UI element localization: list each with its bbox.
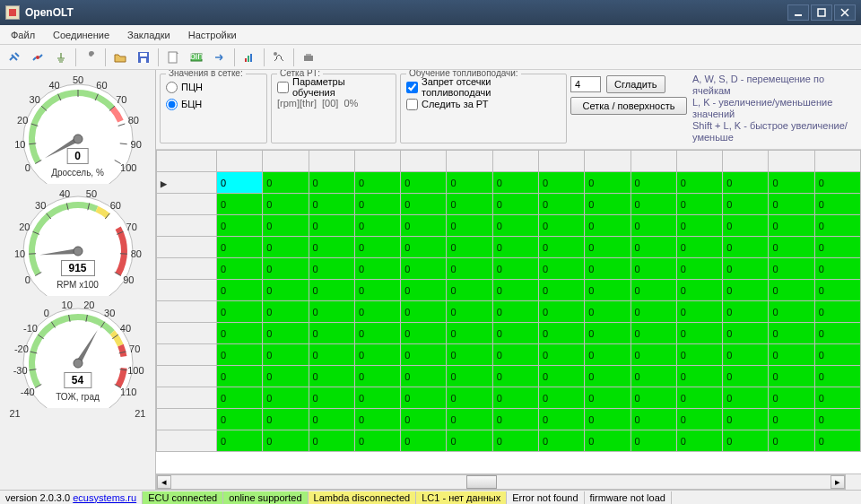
grid-cell[interactable]: 0 (631, 323, 676, 344)
grid-cell[interactable]: 0 (814, 366, 860, 387)
grid-cell[interactable]: 0 (447, 409, 492, 430)
grid-cell[interactable]: 0 (309, 194, 354, 215)
grid-cell[interactable]: 0 (492, 280, 538, 301)
grid-cell[interactable]: 0 (492, 172, 538, 194)
grid-cell[interactable]: 0 (354, 301, 400, 323)
grid-cell[interactable]: 0 (354, 430, 400, 452)
grid-cell[interactable]: 0 (309, 323, 354, 344)
grid-cell[interactable]: 0 (492, 409, 538, 430)
grid-cell[interactable]: 0 (539, 430, 585, 452)
grid-cell[interactable]: 0 (401, 280, 447, 301)
tool-open-icon[interactable] (109, 48, 131, 67)
grid-cell[interactable]: 0 (492, 366, 538, 387)
row-header[interactable] (157, 323, 217, 344)
grid-cell[interactable]: 0 (769, 301, 814, 323)
smooth-button[interactable]: Сгладить (606, 75, 665, 93)
menu-file[interactable]: Файл (4, 27, 42, 43)
tool-disconnect-icon[interactable] (27, 48, 48, 67)
grid-cell[interactable]: 0 (814, 215, 860, 237)
grid-cell[interactable]: 0 (401, 215, 447, 237)
grid-cell[interactable]: 0 (585, 366, 631, 387)
grid-cell[interactable]: 0 (631, 194, 676, 215)
radio-pcn[interactable]: ПЦН (166, 80, 261, 94)
tool-connect-icon[interactable] (4, 48, 25, 67)
grid-cell[interactable]: 0 (539, 258, 585, 280)
grid-cell[interactable]: 0 (401, 237, 447, 258)
grid-cell[interactable]: 0 (539, 387, 585, 409)
grid-cell[interactable]: 0 (309, 430, 354, 452)
grid-cell[interactable]: 0 (631, 280, 676, 301)
grid-cell[interactable]: 0 (217, 323, 263, 344)
grid-cell[interactable]: 0 (585, 409, 631, 430)
grid-cell[interactable]: 0 (631, 258, 676, 280)
grid-cell[interactable]: 0 (723, 387, 769, 409)
grid-cell[interactable]: 0 (354, 323, 400, 344)
grid-cell[interactable]: 0 (401, 409, 447, 430)
grid-cell[interactable]: 0 (769, 280, 814, 301)
grid-cell[interactable]: 0 (401, 194, 447, 215)
grid-cell[interactable]: 0 (539, 366, 585, 387)
grid-cell[interactable]: 0 (585, 280, 631, 301)
grid-cell[interactable]: 0 (447, 172, 492, 194)
grid-cell[interactable]: 0 (814, 301, 860, 323)
grid-cell[interactable]: 0 (676, 237, 722, 258)
grid-cell[interactable]: 0 (492, 215, 538, 237)
grid-cell[interactable]: 0 (447, 387, 492, 409)
grid-cell[interactable]: 0 (401, 344, 447, 366)
grid-cell[interactable]: 0 (723, 323, 769, 344)
grid-cell[interactable]: 0 (401, 387, 447, 409)
close-button[interactable] (834, 4, 856, 21)
grid-cell[interactable]: 0 (263, 237, 309, 258)
grid-cell[interactable]: 0 (769, 237, 814, 258)
grid-cell[interactable]: 0 (814, 409, 860, 430)
grid-cell[interactable]: 0 (447, 301, 492, 323)
grid-cell[interactable]: 0 (676, 409, 722, 430)
scroll-thumb[interactable] (466, 475, 497, 489)
grid-cell[interactable]: 0 (723, 344, 769, 366)
menu-settings[interactable]: Настройки (181, 27, 244, 43)
grid-cell[interactable]: 0 (539, 280, 585, 301)
menu-connection[interactable]: Соединение (46, 27, 117, 43)
grid-cell[interactable]: 0 (217, 366, 263, 387)
row-header[interactable] (157, 194, 217, 215)
grid-cell[interactable]: 0 (585, 387, 631, 409)
grid-cell[interactable]: 0 (354, 387, 400, 409)
grid-cell[interactable]: 0 (723, 301, 769, 323)
grid-cell[interactable]: 0 (539, 237, 585, 258)
grid-cell[interactable]: 0 (814, 172, 860, 194)
grid-cell[interactable]: 0 (263, 387, 309, 409)
grid-cell[interactable]: 0 (585, 194, 631, 215)
grid-cell[interactable]: 0 (492, 323, 538, 344)
grid-cell[interactable]: 0 (217, 215, 263, 237)
grid-cell[interactable]: 0 (676, 366, 722, 387)
grid-cell[interactable]: 0 (401, 258, 447, 280)
grid-cell[interactable]: 0 (539, 215, 585, 237)
grid-cell[interactable]: 0 (631, 172, 676, 194)
grid-cell[interactable]: 0 (492, 237, 538, 258)
minimize-button[interactable] (787, 4, 809, 21)
grid-cell[interactable]: 0 (769, 430, 814, 452)
grid-cell[interactable]: 0 (769, 344, 814, 366)
grid-cell[interactable]: 0 (723, 172, 769, 194)
grid-cell[interactable]: 0 (309, 258, 354, 280)
grid-cell[interactable]: 0 (217, 280, 263, 301)
grid-cell[interactable]: 0 (769, 172, 814, 194)
grid-cell[interactable]: 0 (676, 301, 722, 323)
grid-cell[interactable]: 0 (263, 194, 309, 215)
menu-bookmarks[interactable]: Закладки (120, 27, 178, 43)
scroll-left-button[interactable]: ◂ (157, 475, 171, 489)
row-header[interactable] (157, 280, 217, 301)
horizontal-scrollbar[interactable]: ◂ ▸ (156, 474, 846, 490)
grid-cell[interactable]: 0 (539, 323, 585, 344)
tool-wrench-icon[interactable] (80, 48, 101, 67)
grid-cell[interactable]: 0 (723, 280, 769, 301)
grid-cell[interactable]: 0 (263, 409, 309, 430)
tool-read-icon[interactable]: bin (186, 48, 207, 67)
grid-cell[interactable]: 0 (354, 366, 400, 387)
grid-cell[interactable]: 0 (676, 194, 722, 215)
maximize-button[interactable] (811, 4, 832, 21)
grid-cell[interactable]: 0 (814, 194, 860, 215)
row-header[interactable] (157, 258, 217, 280)
grid-cell[interactable]: 0 (309, 409, 354, 430)
tool-flash-icon[interactable] (298, 48, 319, 67)
